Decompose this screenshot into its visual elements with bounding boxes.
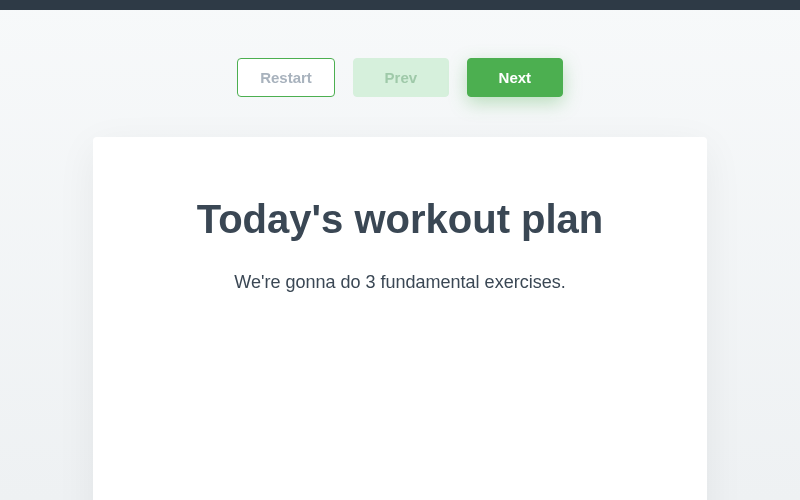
next-button[interactable]: Next <box>467 58 563 97</box>
prev-button[interactable]: Prev <box>353 58 449 97</box>
content-card: Today's workout plan We're gonna do 3 fu… <box>93 137 707 500</box>
nav-button-row: Restart Prev Next <box>0 10 800 137</box>
card-title: Today's workout plan <box>133 197 667 242</box>
top-bar <box>0 0 800 10</box>
card-subtitle: We're gonna do 3 fundamental exercises. <box>133 272 667 293</box>
restart-button[interactable]: Restart <box>237 58 335 97</box>
